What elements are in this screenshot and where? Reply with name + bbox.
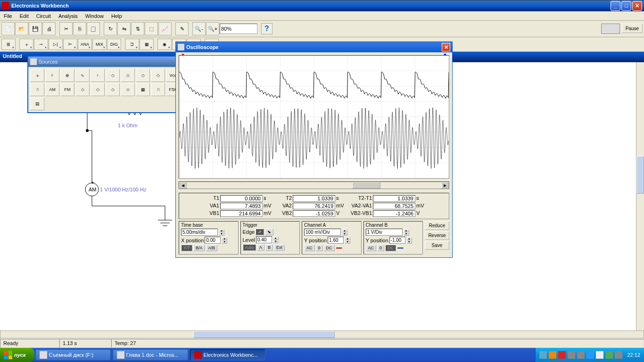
vertical-scrollbar[interactable] — [636, 62, 644, 330]
probe-icon[interactable]: ✎ — [175, 22, 189, 35]
open-icon[interactable]: 📂 — [15, 22, 28, 35]
scroll-left-icon[interactable]: ◀ — [179, 182, 187, 189]
transistor-bin-icon[interactable]: ⊢▾ — [63, 39, 77, 50]
vco-icon[interactable]: ◇ — [75, 83, 90, 96]
ab-button[interactable]: A/B — [206, 245, 218, 251]
cha-scale-spin[interactable]: ▲▼ — [342, 229, 347, 236]
level-spin[interactable]: ▲▼ — [273, 237, 279, 243]
nonlin-icon[interactable]: ▦ — [136, 83, 150, 96]
reverse-button[interactable]: Reverse — [425, 231, 449, 240]
chb-ypos-input[interactable] — [389, 237, 405, 244]
chb-dc-button[interactable]: DC — [385, 245, 396, 251]
diode-bin-icon[interactable]: ▷|▾ — [49, 39, 63, 50]
pulse-icon[interactable]: ⎍ — [151, 83, 165, 96]
zoomin-icon[interactable]: 🔍+ — [206, 22, 219, 35]
trig-a-button[interactable]: A — [257, 244, 264, 251]
tray-icon-4[interactable] — [577, 351, 585, 359]
ccvs-icon[interactable]: ◇ — [151, 69, 165, 82]
logic-bin-icon[interactable]: ⊐▾ — [125, 39, 139, 50]
vccs-icon[interactable]: ◇ — [106, 69, 120, 82]
battery-icon[interactable]: ⊦ — [45, 69, 59, 82]
menu-edit[interactable]: Edit — [16, 12, 33, 20]
scroll-right-icon[interactable]: ▶ — [441, 182, 449, 189]
graph-icon[interactable]: 📈 — [158, 22, 172, 35]
chb-color-swatch[interactable] — [397, 247, 404, 249]
clock-icon[interactable]: ⎍ — [30, 83, 44, 96]
digital-bin-icon[interactable]: DIG▾ — [107, 39, 121, 50]
xpos-spin[interactable]: ▲▼ — [222, 237, 227, 244]
scope-close-button[interactable]: ✕ — [442, 43, 450, 51]
subcircuit-icon[interactable]: ⬚ — [145, 22, 158, 35]
rotate-icon[interactable]: ↻ — [104, 22, 117, 35]
mixed-bin-icon[interactable]: MIX▾ — [92, 39, 107, 50]
copy-icon[interactable]: ⎘ — [73, 22, 86, 35]
ba-button[interactable]: B/A — [193, 245, 205, 251]
tray-icon-5[interactable] — [596, 351, 603, 359]
piece-icon[interactable]: ◇ — [106, 83, 120, 96]
xpos-input[interactable] — [205, 237, 221, 244]
vcvs-icon[interactable]: ◇ — [121, 69, 135, 82]
help-icon[interactable]: ? — [261, 23, 272, 34]
tray-icon-2[interactable] — [549, 351, 556, 359]
close-button[interactable]: ✕ — [632, 1, 642, 11]
toolbox-icon[interactable]: ⊞▾ — [1, 39, 16, 50]
trig-b-button[interactable]: B — [265, 244, 273, 251]
save-button[interactable]: Save — [425, 241, 449, 250]
print-icon[interactable]: 🖨 — [42, 22, 56, 35]
pause-button[interactable]: Pause — [622, 24, 643, 33]
tray-clock[interactable]: 22:12 — [627, 352, 640, 358]
tray-icon-3[interactable] — [568, 351, 575, 359]
scope-display[interactable] — [179, 55, 449, 179]
tray-icon-bt[interactable] — [586, 351, 594, 359]
poly-icon[interactable]: ◇ — [121, 83, 135, 96]
tray-icon-1[interactable] — [539, 351, 547, 359]
menu-analysis[interactable]: Analysis — [55, 12, 82, 20]
basic-bin-icon[interactable]: ⊸▾ — [34, 39, 48, 50]
maximize-button[interactable]: □ — [621, 1, 631, 11]
chb-scale-input[interactable] — [366, 229, 403, 236]
scope-titlebar[interactable]: Oscilloscope ✕ — [176, 42, 452, 52]
chb-zero-button[interactable]: 0 — [377, 245, 384, 251]
am-source-icon[interactable]: AM — [45, 83, 59, 96]
zoomout-icon[interactable]: 🔍- — [192, 22, 206, 35]
fliph-icon[interactable]: ⇋ — [117, 22, 131, 35]
pwl-icon[interactable]: ◇ — [91, 83, 105, 96]
tray-icon-7[interactable] — [615, 351, 622, 359]
cha-ac-button[interactable]: AC — [304, 245, 315, 251]
fm-source-icon[interactable]: FM — [60, 83, 74, 96]
chb-ypos-spin[interactable]: ▲▼ — [406, 237, 412, 244]
flipv-icon[interactable]: ⇅ — [131, 22, 144, 35]
yt-button[interactable]: Y/T — [181, 245, 192, 251]
chb-ac-button[interactable]: AC — [366, 245, 377, 251]
scroll-thumb[interactable] — [352, 182, 380, 189]
zoom-input[interactable] — [220, 24, 257, 34]
tray-icon-av[interactable] — [558, 351, 566, 359]
task-removable-disk[interactable]: Съемный диск (F:) — [35, 349, 111, 361]
cha-ypos-input[interactable] — [328, 237, 344, 244]
ac-source-icon[interactable]: ∿ — [75, 69, 90, 82]
auto-button[interactable]: Auto — [243, 244, 256, 251]
timebase-scale-input[interactable] — [181, 229, 218, 236]
indicator-bin-icon[interactable]: ◉▾ — [157, 39, 172, 50]
save-icon[interactable]: 💾 — [29, 22, 42, 35]
cha-dc-button[interactable]: DC — [324, 245, 335, 251]
data-icon[interactable]: ▤ — [30, 97, 44, 110]
vscroll-thumb[interactable] — [636, 156, 644, 194]
current-source-icon[interactable]: ↑ — [91, 69, 105, 82]
task-word-doc[interactable]: Глава 1.doc - Micros... — [113, 349, 188, 361]
menu-file[interactable]: File — [0, 12, 16, 20]
canvas-hscrollbar[interactable] — [0, 330, 644, 338]
paste-icon[interactable]: 📋 — [87, 22, 100, 35]
chb-scale-spin[interactable]: ▲▼ — [404, 229, 409, 236]
menu-circuit[interactable]: Circuit — [33, 12, 55, 20]
cha-scale-input[interactable] — [304, 229, 341, 236]
analog-bin-icon[interactable]: ANA▾ — [78, 39, 92, 50]
menu-help[interactable]: Help — [107, 12, 126, 20]
dc-source-icon[interactable]: ⊕ — [60, 69, 74, 82]
sources-bin-icon[interactable]: ⏚▾ — [19, 39, 33, 50]
scope-hscrollbar[interactable]: ◀ ▶ — [179, 181, 449, 189]
cccs-icon[interactable]: ◇ — [136, 69, 150, 82]
trig-ext-button[interactable]: Ext — [274, 244, 285, 251]
level-input[interactable] — [256, 236, 272, 243]
cha-zero-button[interactable]: 0 — [316, 245, 323, 251]
